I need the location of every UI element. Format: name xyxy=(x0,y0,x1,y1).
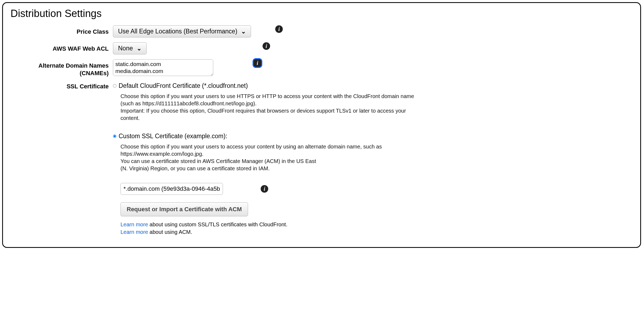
ssl-custom-help: Choose this option if you want your user… xyxy=(120,143,433,172)
waf-selected: None xyxy=(118,45,133,52)
row-price-class: Price Class Use All Edge Locations (Best… xyxy=(11,25,633,37)
ssl-custom-label: Custom SSL Certificate (example.com): xyxy=(119,133,227,140)
ssl-default-label: Default CloudFront Certificate (*.cloudf… xyxy=(119,82,248,89)
distribution-settings-panel: Distribution Settings Price Class Use Al… xyxy=(2,2,641,248)
info-icon[interactable]: i xyxy=(254,59,261,67)
waf-select[interactable]: None ⌄ xyxy=(113,42,147,54)
label-ssl: SSL Certificate xyxy=(11,82,113,90)
label-cnames-line1: Alternate Domain Names xyxy=(39,62,109,69)
learn-more-ssl-text: about using custom SSL/TLS certificates … xyxy=(148,221,287,227)
info-icon[interactable]: i xyxy=(275,25,283,33)
row-cnames: Alternate Domain Names (CNAMEs) i xyxy=(11,59,633,77)
chevron-down-icon: ⌄ xyxy=(137,45,142,52)
request-acm-cert-button[interactable]: Request or Import a Certificate with ACM xyxy=(120,202,248,216)
label-cnames-line2: (CNAMEs) xyxy=(80,70,109,77)
chevron-down-icon: ⌄ xyxy=(241,28,246,35)
learn-more-acm-text: about using ACM. xyxy=(148,229,192,235)
label-cnames: Alternate Domain Names (CNAMEs) xyxy=(11,59,113,77)
ssl-cert-input[interactable] xyxy=(120,183,223,195)
info-icon[interactable]: i xyxy=(261,185,268,193)
ssl-default-help: Choose this option if you want your user… xyxy=(120,93,425,122)
info-icon[interactable]: i xyxy=(263,42,270,50)
learn-more-acm-link[interactable]: Learn more xyxy=(120,229,148,235)
price-class-select[interactable]: Use All Edge Locations (Best Performance… xyxy=(113,25,251,37)
cert-row: i xyxy=(113,183,633,195)
row-waf: AWS WAF Web ACL None ⌄ i xyxy=(11,42,633,54)
ssl-custom-radio[interactable] xyxy=(113,134,116,138)
cnames-textarea[interactable] xyxy=(113,59,213,76)
ssl-default-option[interactable]: Default CloudFront Certificate (*.cloudf… xyxy=(113,82,633,89)
learn-more-ssl-link[interactable]: Learn more xyxy=(120,221,148,227)
panel-title: Distribution Settings xyxy=(11,8,633,19)
ssl-custom-option[interactable]: Custom SSL Certificate (example.com): xyxy=(113,133,633,140)
row-ssl: SSL Certificate Default CloudFront Certi… xyxy=(11,82,633,236)
label-price-class: Price Class xyxy=(11,25,113,36)
label-waf: AWS WAF Web ACL xyxy=(11,42,113,53)
ssl-default-radio[interactable] xyxy=(113,84,116,88)
price-class-selected: Use All Edge Locations (Best Performance… xyxy=(118,28,237,35)
learn-more-block: Learn more about using custom SSL/TLS ce… xyxy=(120,221,633,236)
